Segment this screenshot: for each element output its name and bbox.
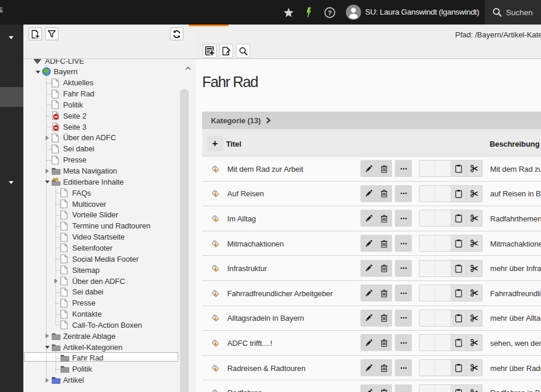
svg-text:?: ? bbox=[328, 9, 332, 16]
